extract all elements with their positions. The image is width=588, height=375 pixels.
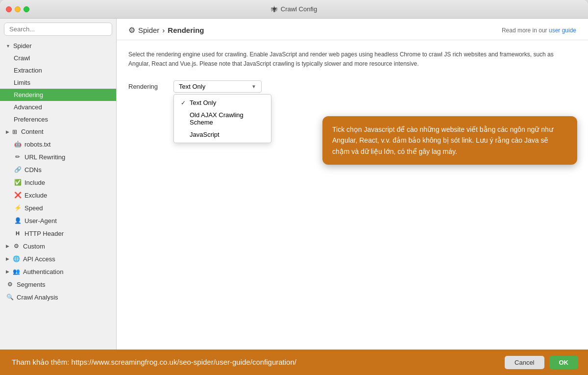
bottom-buttons: Cancel OK — [505, 356, 578, 369]
sidebar-item-speed[interactable]: ⚡ Speed — [0, 201, 116, 214]
expand-icon: ▶ — [6, 244, 9, 249]
sidebar-item-rendering[interactable]: Rendering — [0, 89, 116, 101]
sidebar-item-label: Include — [24, 179, 45, 186]
rendering-form-row: Rendering Text Only ▼ ✓ Text Only — [128, 80, 576, 93]
content-area: ⚙ Spider › Rendering Read more in our us… — [117, 19, 588, 375]
content-icon: ⊞ — [12, 128, 17, 135]
sidebar-item-label: Advanced — [14, 103, 42, 111]
sidebar-item-crawl-analysis[interactable]: 🔍 Crawl Analysis — [0, 291, 116, 303]
url-rewriting-icon: ✏ — [14, 153, 22, 161]
sidebar-item-url-rewriting[interactable]: ✏ URL Rewriting — [0, 150, 116, 163]
segments-icon: ⚙ — [6, 280, 14, 288]
content-header: ⚙ Spider › Rendering Read more in our us… — [117, 19, 588, 40]
user-agent-icon: 👤 — [14, 217, 22, 225]
content-body: Select the rendering engine used for cra… — [117, 40, 588, 375]
speed-icon: ⚡ — [14, 204, 22, 212]
sidebar-item-label: Spider — [13, 42, 32, 50]
sidebar-item-authentication[interactable]: ▶ 👥 Authentication — [0, 265, 116, 278]
window-title: 🕷 Crawl Config — [271, 5, 317, 13]
app-icon: 🕷 — [271, 5, 278, 13]
cdns-icon: 🔗 — [14, 166, 22, 174]
authentication-icon: 👥 — [12, 268, 20, 275]
sidebar-item-api-access[interactable]: ▶ 🌐 API Access — [0, 252, 116, 265]
dropdown-item-javascript[interactable]: ✓ JavaScript — [174, 128, 271, 141]
dropdown-item-label: Text Only — [190, 99, 216, 106]
sidebar-item-label: URL Rewriting — [24, 153, 65, 161]
sidebar-item-crawl[interactable]: Crawl — [0, 52, 116, 64]
robots-icon: 🤖 — [14, 140, 22, 148]
help-link-container: Read more in our user guide — [502, 27, 576, 34]
api-access-icon: 🌐 — [12, 255, 20, 263]
crawl-analysis-icon: 🔍 — [6, 293, 14, 301]
sidebar-item-label: Authentication — [23, 268, 63, 275]
user-guide-link[interactable]: user guide — [549, 27, 576, 34]
title-text: Crawl Config — [281, 5, 317, 13]
sidebar-item-cdns[interactable]: 🔗 CDNs — [0, 163, 116, 176]
rendering-dropdown[interactable]: Text Only ▼ — [173, 80, 262, 93]
sidebar-item-custom[interactable]: ▶ ⚙ Custom — [0, 240, 116, 252]
sidebar-item-label: CDNs — [24, 166, 42, 174]
sidebar-item-label: Exclude — [24, 192, 47, 199]
expand-icon: ▶ — [6, 129, 9, 134]
expand-icon: ▶ — [6, 256, 9, 261]
sidebar-item-spider[interactable]: ▼ Spider — [0, 40, 116, 52]
sidebar-item-advanced[interactable]: Advanced — [0, 101, 116, 113]
help-prefix: Read more in our — [502, 27, 547, 34]
breadcrumb: ⚙ Spider › Rendering — [128, 25, 204, 35]
tooltip-bubble: Tick chọn Javascript để cào những websit… — [322, 116, 577, 165]
sidebar-item-label: Preferences — [14, 116, 48, 123]
sidebar-item-robots[interactable]: 🤖 robots.txt — [0, 138, 116, 150]
sidebar-item-exclude[interactable]: ❌ Exclude — [0, 189, 116, 201]
breadcrumb-separator: › — [162, 26, 165, 34]
dropdown-arrow-icon: ▼ — [251, 84, 256, 89]
include-icon: ✅ — [14, 178, 22, 186]
gear-icon: ⚙ — [128, 25, 135, 35]
dropdown-item-text-only[interactable]: ✓ Text Only — [174, 97, 271, 109]
sidebar-item-user-agent[interactable]: 👤 User-Agent — [0, 214, 116, 227]
exclude-icon: ❌ — [14, 191, 22, 199]
close-button[interactable] — [6, 6, 12, 12]
sidebar-item-label: Limits — [14, 79, 30, 86]
sidebar-item-http-header[interactable]: H HTTP Header — [0, 227, 116, 240]
sidebar-item-label: Speed — [24, 204, 43, 212]
bottom-banner-text: Tham khảo thêm: https://www.screamingfro… — [12, 358, 296, 367]
dropdown-item-label: JavaScript — [190, 131, 220, 138]
app-window: 🕷 Crawl Config ▼ Spider Crawl Extraction… — [0, 0, 588, 375]
dropdown-selected: Text Only — [179, 83, 205, 90]
expand-icon: ▶ — [6, 269, 9, 274]
sidebar-item-limits[interactable]: Limits — [0, 76, 116, 89]
cancel-button[interactable]: Cancel — [505, 356, 544, 369]
sidebar-item-content[interactable]: ▶ ⊞ Content — [0, 125, 116, 138]
sidebar-item-preferences[interactable]: Preferences — [0, 113, 116, 125]
sidebar-item-extraction[interactable]: Extraction — [0, 64, 116, 76]
sidebar-item-label: HTTP Header — [24, 230, 64, 237]
tooltip-text: Tick chọn Javascript để cào những websit… — [332, 125, 553, 155]
fullscreen-button[interactable] — [24, 6, 29, 12]
sidebar-item-label: Content — [21, 128, 44, 135]
search-input[interactable] — [4, 23, 112, 36]
sidebar-item-label: Segments — [17, 281, 46, 288]
sidebar-item-label: Crawl Analysis — [17, 294, 58, 301]
main-layout: ▼ Spider Crawl Extraction Limits Renderi… — [0, 19, 588, 375]
sidebar-item-label: API Access — [23, 255, 55, 263]
dropdown-menu: ✓ Text Only ✓ Old AJAX Crawling Scheme ✓… — [173, 94, 271, 143]
rendering-label: Rendering — [128, 83, 168, 90]
description-text: Select the rendering engine used for cra… — [128, 50, 569, 69]
sidebar-item-label: Custom — [23, 243, 45, 250]
sidebar-item-segments[interactable]: ⚙ Segments — [0, 278, 116, 291]
checkmark-icon: ✓ — [181, 100, 186, 106]
sidebar-item-include[interactable]: ✅ Include — [0, 176, 116, 189]
custom-icon: ⚙ — [12, 242, 20, 250]
sidebar-item-label: Crawl — [14, 54, 30, 62]
breadcrumb-current: Rendering — [168, 26, 204, 34]
sidebar-item-label: robots.txt — [24, 141, 50, 148]
sidebar: ▼ Spider Crawl Extraction Limits Renderi… — [0, 19, 117, 375]
minimize-button[interactable] — [15, 6, 21, 12]
expand-icon: ▼ — [6, 44, 10, 49]
dropdown-item-label: Old AJAX Crawling Scheme — [190, 111, 264, 126]
sidebar-item-label: User-Agent — [24, 217, 57, 225]
ok-button[interactable]: OK — [549, 356, 579, 369]
sidebar-item-label: Rendering — [14, 91, 43, 99]
dropdown-item-old-ajax[interactable]: ✓ Old AJAX Crawling Scheme — [174, 109, 271, 128]
bottom-banner: Tham khảo thêm: https://www.screamingfro… — [0, 350, 588, 375]
